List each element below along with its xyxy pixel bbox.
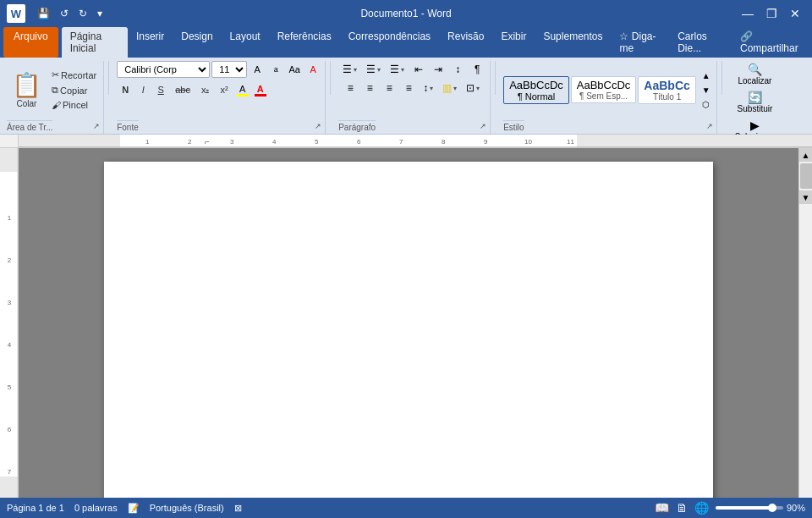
- svg-text:1: 1: [145, 138, 150, 146]
- font-expand[interactable]: ↗: [315, 122, 321, 130]
- font-format-row: N I S abc x₂ x² A A: [117, 81, 268, 98]
- sort-button[interactable]: ↕: [448, 61, 467, 78]
- font-group-label: Fonte: [117, 120, 139, 134]
- tab-inicio[interactable]: Página Inicial: [62, 27, 128, 58]
- tab-revisao[interactable]: Revisão: [439, 27, 492, 58]
- zoom-thumb[interactable]: [768, 504, 776, 512]
- svg-text:6: 6: [357, 138, 361, 146]
- font-case-button[interactable]: Aa: [286, 61, 303, 78]
- bullets-button[interactable]: ☰▾: [338, 61, 361, 78]
- styles-scroll-up[interactable]: ▲: [700, 69, 713, 82]
- tab-carlos[interactable]: Carlos Die...: [669, 27, 732, 58]
- line-spacing-button[interactable]: ↕▾: [419, 80, 437, 96]
- sep4: [721, 61, 722, 95]
- decrease-indent-button[interactable]: ⇤: [409, 61, 428, 78]
- find-button[interactable]: 🔍 Localizar: [732, 61, 776, 87]
- zoom-slider[interactable]: [716, 506, 783, 510]
- ruler-svg: 1 2 3 4 5 6 7 8 9 10 11 ⌐: [19, 135, 812, 148]
- document-page[interactable]: [104, 162, 713, 498]
- clipboard-sub-buttons: ✂ Recortar ⧉ Copiar 🖌 Pincel: [48, 68, 100, 112]
- quick-access-dropdown[interactable]: ▾: [94, 6, 106, 21]
- align-left-button[interactable]: ≡: [341, 80, 359, 96]
- format-painter-button[interactable]: 🖌 Pincel: [48, 98, 100, 112]
- style-normal[interactable]: AaBbCcDc ¶ Normal: [503, 76, 569, 104]
- undo-button[interactable]: ↺: [57, 6, 72, 21]
- increase-indent-button[interactable]: ⇥: [429, 61, 447, 78]
- word-icon: W: [7, 4, 25, 23]
- web-view-icon[interactable]: 🌐: [694, 501, 709, 515]
- zoom-control: 90%: [716, 503, 805, 513]
- svg-text:10: 10: [524, 138, 532, 146]
- style-nospace[interactable]: AaBbCcDc ¶ Sem Esp...: [571, 76, 637, 103]
- tab-inserir[interactable]: Inserir: [128, 27, 173, 58]
- font-content: Calibri (Corp 11 A a Aa A N I S abc x₂: [117, 61, 321, 118]
- para-expand[interactable]: ↗: [480, 122, 486, 130]
- cut-button[interactable]: ✂ Recortar: [48, 68, 100, 82]
- align-center-button[interactable]: ≡: [360, 80, 379, 96]
- shading-button[interactable]: ▥▾: [438, 80, 461, 96]
- scroll-up-btn[interactable]: ▲: [799, 148, 812, 162]
- paste-button[interactable]: 📋 Colar: [7, 68, 47, 112]
- numbering-button[interactable]: ☰▾: [362, 61, 385, 78]
- tab-correspondencias[interactable]: Correspondências: [340, 27, 439, 58]
- sep1: [108, 61, 109, 95]
- font-color-button[interactable]: A: [252, 83, 269, 97]
- read-mode-icon[interactable]: 📖: [655, 501, 669, 515]
- sep2: [330, 61, 331, 95]
- right-scrollbar[interactable]: ▲ ▼: [798, 148, 812, 498]
- scroll-down-btn[interactable]: ▼: [799, 190, 812, 204]
- minimize-button[interactable]: —: [738, 3, 758, 24]
- style-normal-label: ¶ Normal: [509, 91, 563, 102]
- bold-button[interactable]: N: [117, 81, 134, 98]
- paste-label: Colar: [17, 99, 37, 108]
- strikethrough-button[interactable]: abc: [170, 81, 195, 98]
- clear-formatting-button[interactable]: A: [304, 61, 321, 78]
- highlight-color-button[interactable]: A: [234, 83, 251, 97]
- borders-button[interactable]: ⊡▾: [462, 80, 484, 96]
- close-button[interactable]: ✕: [785, 3, 805, 24]
- font-name-select[interactable]: Calibri (Corp: [117, 61, 210, 78]
- show-marks-button[interactable]: ¶: [468, 61, 486, 78]
- styles-expand[interactable]: ⬡: [700, 97, 713, 111]
- italic-button[interactable]: I: [134, 81, 151, 98]
- style-nospace-preview: AaBbCcDc: [577, 79, 631, 91]
- align-right-button[interactable]: ≡: [380, 80, 398, 96]
- scroll-track[interactable]: [799, 163, 812, 189]
- style-title1[interactable]: AaBbCc Título 1: [638, 76, 695, 104]
- tab-exibir[interactable]: Exibir: [492, 27, 535, 58]
- svg-text:2: 2: [8, 256, 12, 264]
- font-grow-button[interactable]: A: [249, 61, 266, 78]
- vertical-ruler: 1 2 3 4 5 6 7 8: [0, 148, 19, 498]
- tab-diga-me[interactable]: ☆ Diga-me: [611, 27, 669, 58]
- replace-button[interactable]: 🔄 Substituir: [732, 89, 778, 115]
- tab-layout[interactable]: Layout: [222, 27, 269, 58]
- document-area[interactable]: [19, 148, 798, 498]
- menu-arquivo[interactable]: Arquivo: [3, 27, 58, 58]
- styles-expand-btn[interactable]: ↗: [706, 122, 713, 130]
- font-shrink-button[interactable]: a: [267, 61, 284, 78]
- font-size-select[interactable]: 11: [211, 61, 247, 78]
- tab-referencias[interactable]: Referências: [269, 27, 340, 58]
- font-color-bar: [255, 94, 266, 96]
- print-layout-icon[interactable]: 🗎: [676, 501, 688, 515]
- tab-design[interactable]: Design: [173, 27, 221, 58]
- redo-button[interactable]: ↻: [75, 6, 91, 21]
- underline-button[interactable]: S: [152, 81, 169, 98]
- clipboard-expand[interactable]: ↗: [93, 122, 100, 130]
- multilevel-button[interactable]: ☰▾: [386, 61, 409, 78]
- tab-suplementos[interactable]: Suplementos: [535, 27, 611, 58]
- language-info: Português (Brasil): [150, 503, 224, 513]
- justify-button[interactable]: ≡: [399, 80, 418, 96]
- tab-compartilhar[interactable]: 🔗 Compartilhar: [732, 27, 809, 58]
- style-title-preview: AaBbCc: [644, 79, 689, 92]
- save-button[interactable]: 💾: [34, 6, 53, 21]
- ruler-corner: [0, 135, 19, 148]
- superscript-button[interactable]: x²: [215, 81, 233, 98]
- restore-button[interactable]: ❐: [761, 3, 782, 24]
- subscript-button[interactable]: x₂: [196, 81, 215, 98]
- styles-scroll-down[interactable]: ▼: [700, 83, 713, 96]
- window-controls: — ❐ ✕: [738, 3, 805, 24]
- svg-text:7: 7: [399, 138, 403, 146]
- scroll-thumb[interactable]: [800, 163, 812, 189]
- copy-button[interactable]: ⧉ Copiar: [48, 83, 100, 97]
